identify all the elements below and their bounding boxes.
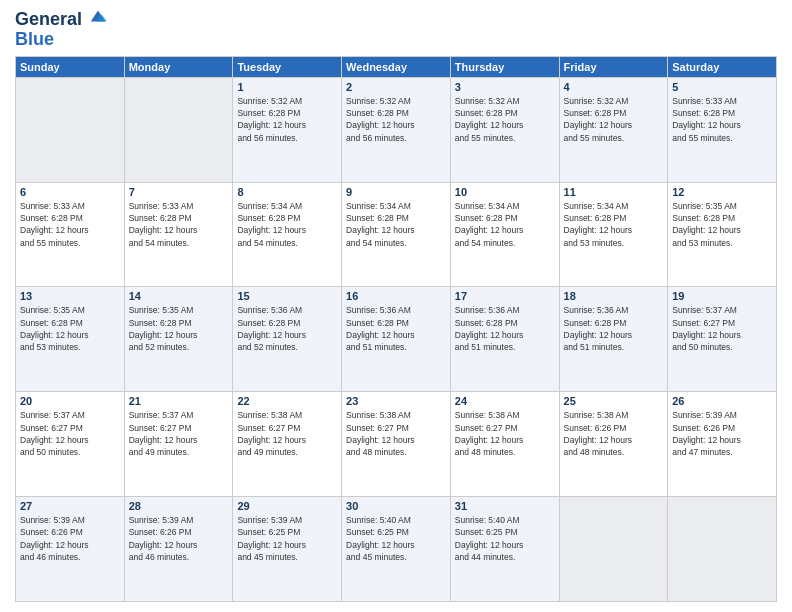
day-number: 14	[129, 290, 229, 302]
day-info: Sunrise: 5:32 AM Sunset: 6:28 PM Dayligh…	[455, 95, 555, 144]
day-number: 6	[20, 186, 120, 198]
calendar-week-row: 1Sunrise: 5:32 AM Sunset: 6:28 PM Daylig…	[16, 77, 777, 182]
table-row: 27Sunrise: 5:39 AM Sunset: 6:26 PM Dayli…	[16, 497, 125, 602]
day-info: Sunrise: 5:36 AM Sunset: 6:28 PM Dayligh…	[455, 304, 555, 353]
weekday-header: Sunday	[16, 56, 125, 77]
day-info: Sunrise: 5:39 AM Sunset: 6:26 PM Dayligh…	[672, 409, 772, 458]
table-row: 2Sunrise: 5:32 AM Sunset: 6:28 PM Daylig…	[342, 77, 451, 182]
table-row: 16Sunrise: 5:36 AM Sunset: 6:28 PM Dayli…	[342, 287, 451, 392]
table-row: 25Sunrise: 5:38 AM Sunset: 6:26 PM Dayli…	[559, 392, 668, 497]
day-info: Sunrise: 5:38 AM Sunset: 6:27 PM Dayligh…	[237, 409, 337, 458]
day-info: Sunrise: 5:37 AM Sunset: 6:27 PM Dayligh…	[672, 304, 772, 353]
table-row: 1Sunrise: 5:32 AM Sunset: 6:28 PM Daylig…	[233, 77, 342, 182]
logo: General Blue	[15, 10, 107, 48]
day-info: Sunrise: 5:38 AM Sunset: 6:27 PM Dayligh…	[346, 409, 446, 458]
table-row: 13Sunrise: 5:35 AM Sunset: 6:28 PM Dayli…	[16, 287, 125, 392]
day-number: 8	[237, 186, 337, 198]
day-number: 31	[455, 500, 555, 512]
day-info: Sunrise: 5:38 AM Sunset: 6:26 PM Dayligh…	[564, 409, 664, 458]
table-row: 29Sunrise: 5:39 AM Sunset: 6:25 PM Dayli…	[233, 497, 342, 602]
table-row: 31Sunrise: 5:40 AM Sunset: 6:25 PM Dayli…	[450, 497, 559, 602]
day-info: Sunrise: 5:35 AM Sunset: 6:28 PM Dayligh…	[20, 304, 120, 353]
day-number: 19	[672, 290, 772, 302]
day-number: 16	[346, 290, 446, 302]
day-number: 20	[20, 395, 120, 407]
table-row: 22Sunrise: 5:38 AM Sunset: 6:27 PM Dayli…	[233, 392, 342, 497]
day-info: Sunrise: 5:33 AM Sunset: 6:28 PM Dayligh…	[20, 200, 120, 249]
day-number: 17	[455, 290, 555, 302]
day-number: 27	[20, 500, 120, 512]
day-info: Sunrise: 5:34 AM Sunset: 6:28 PM Dayligh…	[237, 200, 337, 249]
day-number: 7	[129, 186, 229, 198]
table-row	[16, 77, 125, 182]
day-number: 28	[129, 500, 229, 512]
table-row: 6Sunrise: 5:33 AM Sunset: 6:28 PM Daylig…	[16, 182, 125, 287]
weekday-header: Friday	[559, 56, 668, 77]
day-info: Sunrise: 5:39 AM Sunset: 6:26 PM Dayligh…	[20, 514, 120, 563]
table-row: 26Sunrise: 5:39 AM Sunset: 6:26 PM Dayli…	[668, 392, 777, 497]
table-row: 20Sunrise: 5:37 AM Sunset: 6:27 PM Dayli…	[16, 392, 125, 497]
calendar-header-row: SundayMondayTuesdayWednesdayThursdayFrid…	[16, 56, 777, 77]
day-info: Sunrise: 5:40 AM Sunset: 6:25 PM Dayligh…	[346, 514, 446, 563]
day-info: Sunrise: 5:33 AM Sunset: 6:28 PM Dayligh…	[129, 200, 229, 249]
day-info: Sunrise: 5:39 AM Sunset: 6:26 PM Dayligh…	[129, 514, 229, 563]
weekday-header: Tuesday	[233, 56, 342, 77]
logo-blue: Blue	[15, 30, 107, 48]
day-info: Sunrise: 5:34 AM Sunset: 6:28 PM Dayligh…	[346, 200, 446, 249]
day-number: 13	[20, 290, 120, 302]
day-number: 4	[564, 81, 664, 93]
table-row	[559, 497, 668, 602]
day-number: 2	[346, 81, 446, 93]
table-row: 24Sunrise: 5:38 AM Sunset: 6:27 PM Dayli…	[450, 392, 559, 497]
day-info: Sunrise: 5:38 AM Sunset: 6:27 PM Dayligh…	[455, 409, 555, 458]
day-number: 25	[564, 395, 664, 407]
day-info: Sunrise: 5:36 AM Sunset: 6:28 PM Dayligh…	[564, 304, 664, 353]
day-info: Sunrise: 5:34 AM Sunset: 6:28 PM Dayligh…	[455, 200, 555, 249]
table-row: 19Sunrise: 5:37 AM Sunset: 6:27 PM Dayli…	[668, 287, 777, 392]
day-info: Sunrise: 5:40 AM Sunset: 6:25 PM Dayligh…	[455, 514, 555, 563]
weekday-header: Saturday	[668, 56, 777, 77]
day-number: 15	[237, 290, 337, 302]
day-number: 21	[129, 395, 229, 407]
table-row	[668, 497, 777, 602]
page: General Blue SundayMondayTuesdayWednesda…	[0, 0, 792, 612]
table-row: 17Sunrise: 5:36 AM Sunset: 6:28 PM Dayli…	[450, 287, 559, 392]
table-row: 18Sunrise: 5:36 AM Sunset: 6:28 PM Dayli…	[559, 287, 668, 392]
day-info: Sunrise: 5:33 AM Sunset: 6:28 PM Dayligh…	[672, 95, 772, 144]
day-number: 9	[346, 186, 446, 198]
table-row: 28Sunrise: 5:39 AM Sunset: 6:26 PM Dayli…	[124, 497, 233, 602]
day-info: Sunrise: 5:36 AM Sunset: 6:28 PM Dayligh…	[346, 304, 446, 353]
day-number: 11	[564, 186, 664, 198]
calendar-week-row: 20Sunrise: 5:37 AM Sunset: 6:27 PM Dayli…	[16, 392, 777, 497]
table-row: 9Sunrise: 5:34 AM Sunset: 6:28 PM Daylig…	[342, 182, 451, 287]
day-number: 23	[346, 395, 446, 407]
header: General Blue	[15, 10, 777, 48]
day-number: 5	[672, 81, 772, 93]
day-info: Sunrise: 5:35 AM Sunset: 6:28 PM Dayligh…	[129, 304, 229, 353]
calendar-week-row: 6Sunrise: 5:33 AM Sunset: 6:28 PM Daylig…	[16, 182, 777, 287]
table-row: 3Sunrise: 5:32 AM Sunset: 6:28 PM Daylig…	[450, 77, 559, 182]
table-row	[124, 77, 233, 182]
day-number: 18	[564, 290, 664, 302]
calendar-week-row: 27Sunrise: 5:39 AM Sunset: 6:26 PM Dayli…	[16, 497, 777, 602]
day-info: Sunrise: 5:32 AM Sunset: 6:28 PM Dayligh…	[346, 95, 446, 144]
table-row: 11Sunrise: 5:34 AM Sunset: 6:28 PM Dayli…	[559, 182, 668, 287]
weekday-header: Monday	[124, 56, 233, 77]
table-row: 10Sunrise: 5:34 AM Sunset: 6:28 PM Dayli…	[450, 182, 559, 287]
calendar-table: SundayMondayTuesdayWednesdayThursdayFrid…	[15, 56, 777, 602]
day-number: 26	[672, 395, 772, 407]
day-info: Sunrise: 5:39 AM Sunset: 6:25 PM Dayligh…	[237, 514, 337, 563]
table-row: 7Sunrise: 5:33 AM Sunset: 6:28 PM Daylig…	[124, 182, 233, 287]
day-info: Sunrise: 5:32 AM Sunset: 6:28 PM Dayligh…	[564, 95, 664, 144]
table-row: 30Sunrise: 5:40 AM Sunset: 6:25 PM Dayli…	[342, 497, 451, 602]
table-row: 8Sunrise: 5:34 AM Sunset: 6:28 PM Daylig…	[233, 182, 342, 287]
table-row: 21Sunrise: 5:37 AM Sunset: 6:27 PM Dayli…	[124, 392, 233, 497]
day-info: Sunrise: 5:32 AM Sunset: 6:28 PM Dayligh…	[237, 95, 337, 144]
day-number: 30	[346, 500, 446, 512]
day-number: 22	[237, 395, 337, 407]
day-info: Sunrise: 5:36 AM Sunset: 6:28 PM Dayligh…	[237, 304, 337, 353]
day-number: 29	[237, 500, 337, 512]
table-row: 23Sunrise: 5:38 AM Sunset: 6:27 PM Dayli…	[342, 392, 451, 497]
day-number: 12	[672, 186, 772, 198]
table-row: 15Sunrise: 5:36 AM Sunset: 6:28 PM Dayli…	[233, 287, 342, 392]
